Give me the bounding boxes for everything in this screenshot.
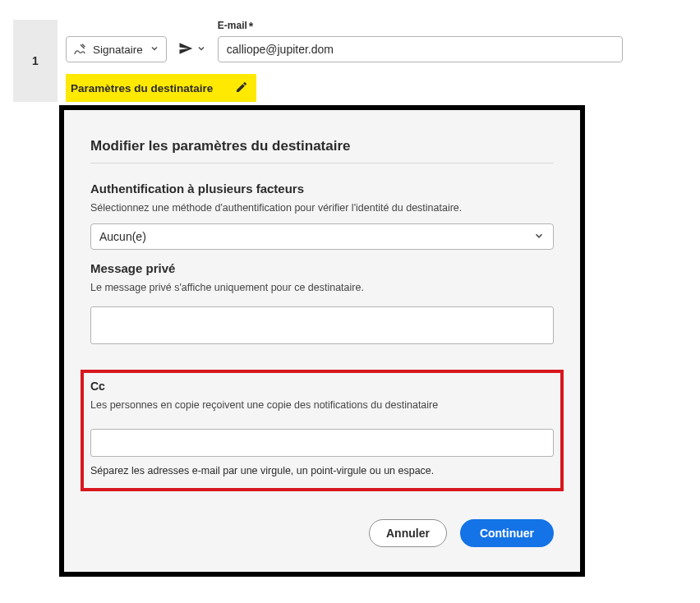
cc-hint: Séparez les adresses e-mail par une virg… — [90, 465, 554, 476]
chevron-down-icon — [150, 43, 159, 56]
dialog-title: Modifier les paramètres du destinataire — [90, 138, 554, 154]
edit-icon — [235, 81, 248, 96]
continue-button[interactable]: Continuer — [460, 519, 554, 547]
signer-icon — [73, 43, 86, 56]
cc-desc: Les personnes en copie reçoivent une cop… — [90, 399, 554, 411]
chevron-down-icon — [533, 230, 545, 244]
private-message-desc: Le message privé s'affiche uniquement po… — [90, 282, 554, 293]
recipient-settings-link[interactable]: Paramètres du destinataire — [66, 74, 256, 102]
recipient-settings-label: Paramètres du destinataire — [71, 82, 227, 94]
divider — [90, 163, 554, 163]
private-message-title: Message privé — [90, 261, 554, 275]
email-field[interactable] — [218, 36, 623, 62]
send-icon — [178, 41, 193, 58]
auth-method-select[interactable]: Aucun(e) — [90, 223, 554, 250]
delivery-method-button[interactable] — [175, 36, 210, 62]
auth-title: Authentification à plusieurs facteurs — [90, 182, 554, 196]
role-label: Signataire — [93, 44, 143, 56]
required-mark: * — [249, 20, 253, 33]
email-label: E-mail* — [218, 20, 623, 33]
recipient-settings-dialog: Modifier les paramètres du destinataire … — [59, 105, 585, 577]
private-message-input[interactable] — [90, 306, 554, 344]
role-select[interactable]: Signataire — [66, 36, 167, 62]
cc-input[interactable] — [90, 429, 554, 457]
auth-desc: Sélectionnez une méthode d'authentificat… — [90, 202, 554, 214]
auth-method-value: Aucun(e) — [99, 230, 533, 243]
recipient-index: 1 — [13, 20, 58, 102]
cc-title: Cc — [90, 380, 554, 393]
cancel-button[interactable]: Annuler — [369, 519, 447, 547]
chevron-down-icon — [196, 43, 206, 56]
cc-section: Cc Les personnes en copie reçoivent une … — [81, 370, 564, 491]
